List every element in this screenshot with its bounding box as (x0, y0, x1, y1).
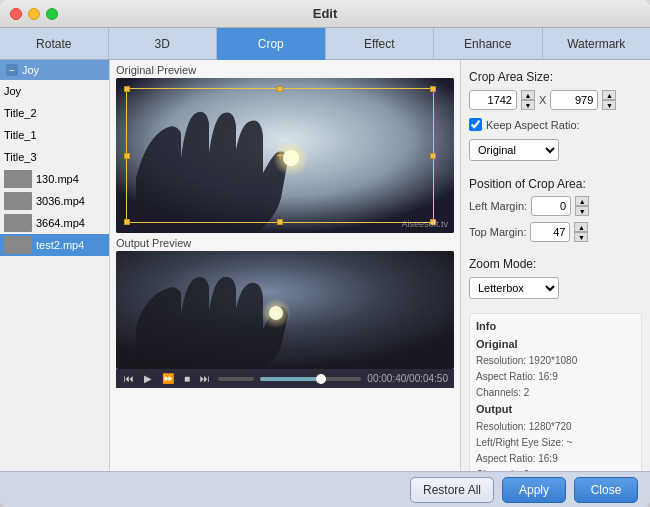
original-channels: Channels: 2 (476, 387, 529, 398)
right-panel: Crop Area Size: ▲ ▼ X ▲ ▼ Keep Aspect Ra… (460, 60, 650, 471)
x-separator: X (539, 94, 546, 106)
play-forward-button[interactable]: ⏩ (160, 373, 176, 384)
original-preview-section: Original Preview (116, 64, 454, 233)
volume-bar[interactable] (218, 377, 254, 381)
sidebar-item-3036mp4[interactable]: 3036.mp4 (0, 190, 109, 212)
main-content: − Joy Joy Title_2 Title_1 Title_3 130.mp… (0, 60, 650, 471)
restore-all-button[interactable]: Restore All (410, 477, 494, 503)
tab-3d[interactable]: 3D (109, 28, 218, 60)
stop-button[interactable]: ■ (182, 373, 192, 384)
sidebar-collapse-button[interactable]: − (6, 64, 18, 76)
height-decrement[interactable]: ▼ (602, 100, 616, 110)
sidebar-item-3664mp4[interactable]: 3664.mp4 (0, 212, 109, 234)
close-window-button[interactable] (10, 8, 22, 20)
top-margin-increment[interactable]: ▲ (574, 222, 588, 232)
svg-point-2 (283, 150, 299, 166)
output-aspect: Aspect Ratio: 16:9 (476, 453, 558, 464)
top-margin-decrement[interactable]: ▼ (574, 232, 588, 242)
left-margin-increment[interactable]: ▲ (575, 196, 589, 206)
svg-point-5 (269, 306, 283, 320)
zoom-select-row: Letterbox Pan & Scan Full (469, 277, 642, 299)
sidebar-item-thumbnail (4, 214, 32, 232)
top-margin-label: Top Margin: (469, 226, 526, 238)
edit-window: Edit Rotate 3D Crop Effect Enhance Water… (0, 0, 650, 507)
tab-effect[interactable]: Effect (326, 28, 435, 60)
crop-area-size-label: Crop Area Size: (469, 70, 642, 84)
width-stepper[interactable]: ▲ ▼ (521, 90, 535, 110)
original-section-title: Original (476, 338, 518, 350)
sidebar-item-title2[interactable]: Title_2 (0, 102, 109, 124)
bottom-bar: Restore All Apply Close (0, 471, 650, 507)
tab-watermark[interactable]: Watermark (543, 28, 651, 60)
width-increment[interactable]: ▲ (521, 90, 535, 100)
crop-height-input[interactable] (550, 90, 598, 110)
height-stepper[interactable]: ▲ ▼ (602, 90, 616, 110)
sidebar-item-title1[interactable]: Title_1 (0, 124, 109, 146)
left-margin-label: Left Margin: (469, 200, 527, 212)
output-preview-label: Output Preview (116, 237, 454, 249)
zoom-mode-label: Zoom Mode: (469, 257, 642, 271)
video-controls: ⏮ ▶ ⏩ ■ ⏭ 00:00:40/00:04:50 (116, 369, 454, 388)
sidebar-item-thumbnail (4, 236, 32, 254)
left-margin-decrement[interactable]: ▼ (575, 206, 589, 216)
sidebar-header: − Joy (0, 60, 109, 80)
original-preview-label: Original Preview (116, 64, 454, 76)
crop-width-input[interactable] (469, 90, 517, 110)
apply-button[interactable]: Apply (502, 477, 566, 503)
sidebar-header-label: Joy (22, 64, 39, 76)
left-margin-input[interactable] (531, 196, 571, 216)
content-area: Original Preview (110, 60, 460, 471)
info-box: Info Original Resolution: 1920*1080 Aspe… (469, 313, 642, 471)
top-margin-stepper[interactable]: ▲ ▼ (574, 222, 588, 242)
tab-enhance[interactable]: Enhance (434, 28, 543, 60)
sidebar-item-130mp4[interactable]: 130.mp4 (0, 168, 109, 190)
maximize-window-button[interactable] (46, 8, 58, 20)
original-preview-box: + Aiseesoft.tv (116, 78, 454, 233)
time-display: 00:00:40/00:04:50 (367, 373, 448, 384)
sidebar: − Joy Joy Title_2 Title_1 Title_3 130.mp… (0, 60, 110, 471)
toolbar: Rotate 3D Crop Effect Enhance Watermark (0, 28, 650, 60)
skip-back-button[interactable]: ⏮ (122, 373, 136, 384)
top-margin-input[interactable] (530, 222, 570, 242)
keep-aspect-checkbox[interactable] (469, 118, 482, 131)
original-resolution: Resolution: 1920*1080 (476, 355, 577, 366)
minimize-window-button[interactable] (28, 8, 40, 20)
output-section-title: Output (476, 403, 512, 415)
watermark-text: Aiseesoft.tv (401, 219, 448, 229)
aspect-select-row: Original 16:9 4:3 1:1 (469, 139, 642, 161)
output-resolution: Resolution: 1280*720 (476, 421, 572, 432)
height-increment[interactable]: ▲ (602, 90, 616, 100)
tab-rotate[interactable]: Rotate (0, 28, 109, 60)
title-bar: Edit (0, 0, 650, 28)
tab-crop[interactable]: Crop (217, 28, 326, 60)
output-left-right: Left/Right Eye Size: ~ (476, 437, 572, 448)
keep-aspect-label: Keep Aspect Ratio: (486, 119, 580, 131)
progress-thumb[interactable] (316, 374, 326, 384)
progress-fill (260, 377, 321, 381)
info-label: Info (476, 320, 496, 332)
aspect-ratio-select[interactable]: Original 16:9 4:3 1:1 (469, 139, 559, 161)
sidebar-item-title3[interactable]: Title_3 (0, 146, 109, 168)
sidebar-item-thumbnail (4, 170, 32, 188)
close-button[interactable]: Close (574, 477, 638, 503)
crop-size-row: ▲ ▼ X ▲ ▼ (469, 90, 642, 110)
skip-forward-button[interactable]: ⏭ (198, 373, 212, 384)
sidebar-item-test2mp4[interactable]: test2.mp4 (0, 234, 109, 256)
left-margin-row: Left Margin: ▲ ▼ (469, 196, 642, 216)
window-title: Edit (313, 6, 338, 21)
keep-aspect-row: Keep Aspect Ratio: (469, 118, 642, 131)
position-label: Position of Crop Area: (469, 177, 642, 191)
play-button[interactable]: ▶ (142, 373, 154, 384)
sidebar-item-thumbnail (4, 192, 32, 210)
output-preview-section: Output Preview (116, 237, 454, 388)
progress-bar[interactable] (260, 377, 361, 381)
traffic-lights (10, 8, 58, 20)
left-margin-stepper[interactable]: ▲ ▼ (575, 196, 589, 216)
zoom-mode-select[interactable]: Letterbox Pan & Scan Full (469, 277, 559, 299)
sidebar-item-joy[interactable]: Joy (0, 80, 109, 102)
width-decrement[interactable]: ▼ (521, 100, 535, 110)
original-aspect: Aspect Ratio: 16:9 (476, 371, 558, 382)
top-margin-row: Top Margin: ▲ ▼ (469, 222, 642, 242)
output-preview-box (116, 251, 454, 369)
